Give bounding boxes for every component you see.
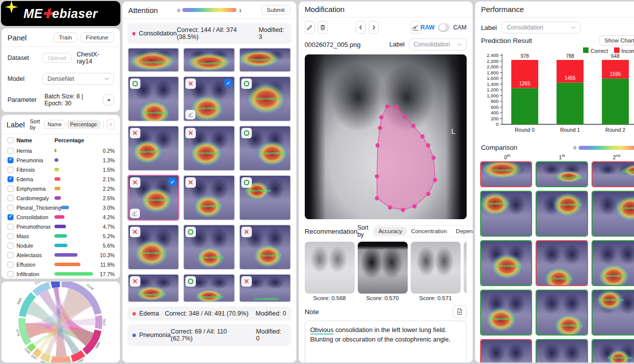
- show-charts-button[interactable]: Show Charts: [599, 35, 634, 45]
- xray-cam-card[interactable]: Consolidation: [239, 125, 291, 171]
- recommendation-thumb[interactable]: [358, 242, 408, 294]
- label-row[interactable]: Pneumothorax4.7%: [1, 222, 120, 231]
- select-all-checkbox[interactable]: [7, 137, 13, 143]
- chord-arc[interactable]: [95, 315, 102, 329]
- xray-cam-card[interactable]: Consolidation: [592, 191, 634, 237]
- label-row[interactable]: Nodule5.6%: [1, 241, 120, 250]
- sort-option-accuracy[interactable]: Accuracy: [374, 227, 406, 236]
- note-textarea[interactable]: Obvious consolidation in the left lower …: [305, 321, 467, 363]
- xray-cam-card[interactable]: Consolidation: [536, 240, 588, 286]
- recommendation-thumb[interactable]: [411, 242, 461, 294]
- xray-cam-card[interactable]: Consolidation: [239, 175, 291, 221]
- annotation-vertex[interactable]: [402, 115, 406, 119]
- sort-percentage-button[interactable]: Percentage: [66, 120, 100, 129]
- annotation-vertex[interactable]: [433, 178, 437, 182]
- label-checkbox[interactable]: [7, 148, 13, 154]
- label-row[interactable]: Fibrosis1.5%: [1, 165, 120, 174]
- label-checkbox[interactable]: [7, 176, 13, 182]
- label-checkbox[interactable]: [7, 233, 13, 239]
- label-row[interactable]: Atelectasis10.3%: [1, 250, 120, 260]
- xray-cam-card[interactable]: Consolidation: [592, 339, 634, 363]
- card-checkbox[interactable]: ✓: [168, 178, 176, 186]
- annotation-vertex[interactable]: [411, 124, 415, 128]
- group-header-consolidation[interactable]: Consolidation Correct: 144 / All: 374 (3…: [127, 23, 291, 44]
- xray-cam-card[interactable]: Consolidation✕✓: [183, 76, 235, 122]
- sort-direction-button[interactable]: ↑: [107, 119, 115, 130]
- annotation-vertex[interactable]: [378, 126, 382, 130]
- xray-cam-card[interactable]: Consolidation: [183, 47, 235, 72]
- prev-image-button[interactable]: [356, 21, 366, 34]
- xray-cam-card[interactable]: Consolidation: [183, 274, 235, 303]
- label-row[interactable]: Emphysema2.2%: [1, 184, 120, 193]
- model-select[interactable]: DenseNet: [42, 73, 114, 85]
- sort-option-concentration[interactable]: Concentration: [407, 227, 452, 236]
- bar-correct[interactable]: [557, 82, 584, 124]
- recommendation-thumb[interactable]: [464, 242, 467, 294]
- note-export-button[interactable]: [453, 305, 467, 318]
- label-checkbox[interactable]: [7, 157, 13, 163]
- label-checkbox[interactable]: [7, 252, 13, 258]
- annotation-vertex[interactable]: [426, 192, 430, 196]
- annotation-vertex[interactable]: [431, 156, 435, 160]
- annotation-vertex[interactable]: [420, 134, 424, 139]
- xray-cam-card[interactable]: Consolidation✕: [183, 125, 235, 171]
- xray-cam-card[interactable]: Consolidation: [480, 191, 533, 237]
- sort-name-button[interactable]: Name: [44, 120, 65, 129]
- perf-label-select[interactable]: Consolidation: [502, 21, 581, 33]
- label-row[interactable]: Hernia0.2%: [1, 146, 120, 155]
- xray-cam-card[interactable]: Consolidation✕: [183, 175, 235, 221]
- raw-cam-toggle[interactable]: [438, 23, 450, 32]
- annotation-vertex[interactable]: [412, 204, 416, 209]
- bar-correct[interactable]: [511, 88, 538, 124]
- xray-cam-card[interactable]: Consolidation✕✓: [127, 175, 180, 221]
- label-row[interactable]: Consolidation4.2%: [1, 212, 120, 222]
- xray-cam-card[interactable]: Consolidation: [480, 339, 533, 363]
- group-header-pneumonia[interactable]: Pneumonia Correct: 69 / All: 110 (62.7%)…: [127, 325, 291, 346]
- xray-cam-card[interactable]: Consolidation: [536, 191, 588, 237]
- annotation-vertex[interactable]: [375, 143, 379, 148]
- annotation-vertex[interactable]: [426, 143, 430, 148]
- next-image-button[interactable]: [369, 21, 379, 34]
- annotation-vertex[interactable]: [394, 105, 398, 109]
- label-row[interactable]: Mass5.2%: [1, 231, 120, 241]
- xray-cam-card[interactable]: Consolidation: [183, 224, 235, 270]
- label-checkbox[interactable]: [7, 214, 13, 220]
- xray-cam-card[interactable]: Consolidation: [239, 76, 291, 122]
- annotation-vertex[interactable]: [375, 174, 379, 179]
- label-checkbox[interactable]: [7, 243, 13, 249]
- xray-cam-card[interactable]: Consolidation: [592, 290, 634, 336]
- annotation-vertex[interactable]: [388, 205, 392, 210]
- xray-cam-card[interactable]: Consolidation✕: [127, 224, 180, 270]
- sort-option-dependency[interactable]: Dependency: [451, 227, 473, 236]
- xray-cam-card[interactable]: Consolidation: [536, 339, 588, 363]
- annotation-vertex[interactable]: [401, 208, 405, 212]
- xray-cam-card[interactable]: Consolidation: [480, 290, 533, 336]
- xray-cam-card[interactable]: Consolidation: [239, 47, 291, 72]
- annotation-vertex[interactable]: [375, 196, 379, 201]
- draw-button[interactable]: [305, 21, 315, 34]
- upload-button[interactable]: Upload: [42, 53, 71, 63]
- xray-cam-card[interactable]: Consolidation: [536, 290, 588, 336]
- label-row[interactable]: Edema2.1%: [1, 174, 120, 184]
- xray-cam-card[interactable]: Consolidation: [127, 47, 180, 72]
- label-checkbox[interactable]: [7, 195, 13, 201]
- submit-button[interactable]: Submit: [261, 5, 290, 15]
- main-xray-image[interactable]: L: [305, 54, 467, 219]
- recommendation-thumb[interactable]: [305, 242, 355, 294]
- label-row[interactable]: Infiltration17.7%: [1, 269, 120, 279]
- xray-cam-card[interactable]: Consolidation: [592, 240, 634, 286]
- label-row[interactable]: Pleural_Thickening3.0%: [1, 203, 120, 212]
- label-checkbox[interactable]: [7, 205, 13, 211]
- xray-cam-card[interactable]: Consolidation: [536, 161, 588, 187]
- train-button[interactable]: Train: [53, 32, 77, 42]
- finetune-button[interactable]: Finetune: [80, 32, 114, 42]
- label-row[interactable]: Pneumonia1.3%: [1, 155, 120, 165]
- collapse-button[interactable]: ◄: [103, 94, 113, 105]
- xray-cam-card[interactable]: Consolidation: [127, 76, 180, 122]
- annotation-vertex[interactable]: [385, 104, 389, 109]
- annotation-polygon[interactable]: [305, 54, 467, 219]
- annotation-vertex[interactable]: [379, 115, 383, 119]
- xray-cam-card[interactable]: Consolidation✕: [127, 274, 180, 303]
- xray-cam-card[interactable]: Consolidation: [592, 161, 634, 187]
- label-checkbox[interactable]: [7, 186, 13, 192]
